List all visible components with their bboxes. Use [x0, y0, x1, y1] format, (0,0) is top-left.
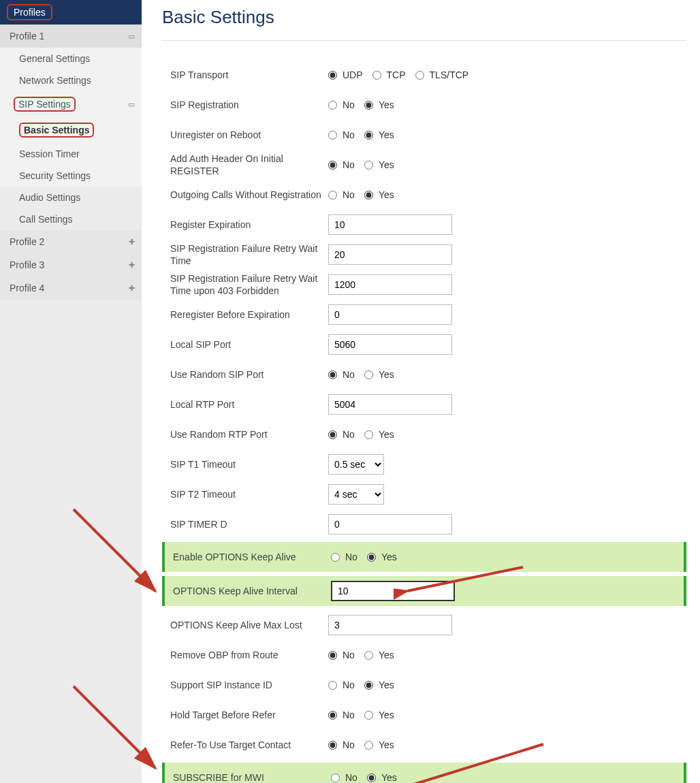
- radio-no[interactable]: [328, 370, 337, 379]
- label-use-random-sip: Use Random SIP Port: [170, 368, 328, 381]
- sidebar-header: Profiles: [0, 0, 142, 25]
- label-unregister-reboot: Unregister on Reboot: [170, 129, 328, 141]
- profile3-label: Profile 3: [10, 259, 44, 270]
- label-subscribe-mwi: SUBSCRIBE for MWI: [173, 771, 331, 783]
- settings-area: SIP Transport UDP TCP TLS/TCP SIP Regist…: [162, 60, 686, 783]
- collapse-icon: ▭: [128, 100, 135, 109]
- radio-yes[interactable]: [367, 773, 376, 782]
- radio-tcp[interactable]: [372, 71, 381, 80]
- sidebar-profile4[interactable]: Profile 4 ✚: [0, 276, 142, 300]
- sidebar-profile2[interactable]: Profile 2 ✚: [0, 230, 142, 253]
- label-sip-t1: SIP T1 Timeout: [170, 458, 328, 470]
- row-use-random-rtp: Use Random RTP Port No Yes: [162, 419, 686, 449]
- expand-icon: ✚: [129, 284, 135, 293]
- radio-tls[interactable]: [415, 71, 424, 80]
- profile4-label: Profile 4: [10, 283, 44, 293]
- sip-settings-label: SIP Settings: [14, 97, 76, 112]
- row-sip-t2: SIP T2 Timeout 4 sec: [162, 479, 686, 509]
- label-register-expiration: Register Expiration: [170, 219, 328, 231]
- radio-yes[interactable]: [364, 681, 373, 690]
- radio-udp[interactable]: [328, 71, 337, 80]
- radio-yes[interactable]: [364, 101, 373, 110]
- profile2-label: Profile 2: [10, 236, 44, 247]
- radio-yes[interactable]: [364, 131, 373, 140]
- label-sip-transport: SIP Transport: [170, 69, 328, 81]
- expand-icon: ✚: [129, 261, 135, 270]
- row-local-rtp-port: Local RTP Port: [162, 389, 686, 419]
- radio-no[interactable]: [328, 651, 337, 660]
- radio-no[interactable]: [328, 741, 337, 750]
- row-local-sip-port: Local SIP Port: [162, 330, 686, 359]
- label-support-sip-instance: Support SIP Instance ID: [170, 679, 328, 691]
- radio-yes[interactable]: [364, 370, 373, 379]
- sidebar-item-sip[interactable]: SIP Settings ▭: [0, 91, 142, 117]
- label-options-interval: OPTIONS Keep Alive Interval: [173, 585, 331, 597]
- radio-no[interactable]: [328, 681, 337, 690]
- row-options-max-lost: OPTIONS Keep Alive Max Lost: [162, 610, 686, 640]
- profiles-label[interactable]: Profiles: [7, 4, 52, 20]
- sidebar-item-basic[interactable]: Basic Settings: [0, 117, 142, 143]
- sidebar-profile1[interactable]: Profile 1 ▭: [0, 25, 142, 48]
- radio-no[interactable]: [328, 191, 337, 199]
- select-sip-t1[interactable]: 0.5 sec: [328, 454, 384, 475]
- main-content: Basic Settings SIP Transport: [142, 0, 700, 783]
- sidebar-item-audio[interactable]: Audio Settings: [0, 187, 142, 208]
- row-sip-transport: SIP Transport UDP TCP TLS/TCP: [162, 60, 686, 90]
- label-sip-timer-d: SIP TIMER D: [170, 518, 328, 530]
- radio-yes[interactable]: [364, 651, 373, 660]
- sidebar-item-session[interactable]: Session Timer: [0, 143, 142, 165]
- label-enable-options: Enable OPTIONS Keep Alive: [173, 551, 331, 563]
- input-local-rtp-port[interactable]: [328, 394, 452, 415]
- row-register-expiration: Register Expiration: [162, 210, 686, 240]
- label-use-random-rtp: Use Random RTP Port: [170, 428, 328, 441]
- radio-no[interactable]: [331, 553, 340, 562]
- radio-udp-label: UDP: [343, 69, 363, 80]
- label-add-auth-header: Add Auth Header On Initial REGISTER: [170, 153, 328, 177]
- label-options-max-lost: OPTIONS Keep Alive Max Lost: [170, 619, 328, 631]
- input-options-max-lost[interactable]: [328, 615, 452, 635]
- label-remove-obp: Remove OBP from Route: [170, 649, 328, 661]
- radio-no[interactable]: [331, 773, 340, 782]
- collapse-icon: ▭: [128, 32, 135, 41]
- row-hold-target: Hold Target Before Refer No Yes: [162, 700, 686, 730]
- radio-no[interactable]: [328, 161, 337, 170]
- row-sip-registration: SIP Registration No Yes: [162, 90, 686, 120]
- input-sip-timer-d[interactable]: [328, 514, 452, 534]
- input-options-interval[interactable]: [331, 581, 455, 601]
- radio-no[interactable]: [328, 131, 337, 140]
- sidebar-item-security[interactable]: Security Settings: [0, 165, 142, 187]
- sidebar-item-general[interactable]: General Settings: [0, 48, 142, 69]
- radio-yes[interactable]: [367, 553, 376, 562]
- row-remove-obp: Remove OBP from Route No Yes: [162, 640, 686, 670]
- row-use-random-sip: Use Random SIP Port No Yes: [162, 359, 686, 389]
- expand-icon: ✚: [129, 238, 135, 246]
- input-local-sip-port[interactable]: [328, 334, 452, 355]
- radio-yes[interactable]: [364, 741, 373, 750]
- radio-yes[interactable]: [364, 191, 373, 199]
- divider: [162, 40, 686, 41]
- radio-yes[interactable]: [364, 711, 373, 720]
- label-local-rtp-port: Local RTP Port: [170, 398, 328, 411]
- input-reg-fail-retry-403[interactable]: [328, 274, 452, 295]
- page-title: Basic Settings: [162, 7, 686, 28]
- radio-yes[interactable]: [364, 161, 373, 170]
- radio-no[interactable]: [328, 101, 337, 110]
- input-register-expiration[interactable]: [328, 214, 452, 235]
- input-reg-fail-retry[interactable]: [328, 244, 452, 265]
- sidebar-item-call[interactable]: Call Settings: [0, 208, 142, 230]
- radio-yes[interactable]: [364, 430, 373, 439]
- row-unregister-reboot: Unregister on Reboot No Yes: [162, 120, 686, 150]
- radio-tls-label: TLS/TCP: [430, 69, 469, 80]
- row-options-interval: OPTIONS Keep Alive Interval: [162, 576, 686, 606]
- input-reregister-before[interactable]: [328, 304, 452, 325]
- sidebar-profile3[interactable]: Profile 3 ✚: [0, 253, 142, 276]
- sidebar-item-network[interactable]: Network Settings: [0, 69, 142, 91]
- row-reregister-before: Reregister Before Expiration: [162, 300, 686, 330]
- label-reregister-before: Reregister Before Expiration: [170, 308, 328, 321]
- radio-no[interactable]: [328, 711, 337, 720]
- row-sip-timer-d: SIP TIMER D: [162, 509, 686, 539]
- label-sip-t2: SIP T2 Timeout: [170, 488, 328, 500]
- radio-no[interactable]: [328, 430, 337, 439]
- label-sip-registration: SIP Registration: [170, 99, 328, 111]
- select-sip-t2[interactable]: 4 sec: [328, 484, 384, 505]
